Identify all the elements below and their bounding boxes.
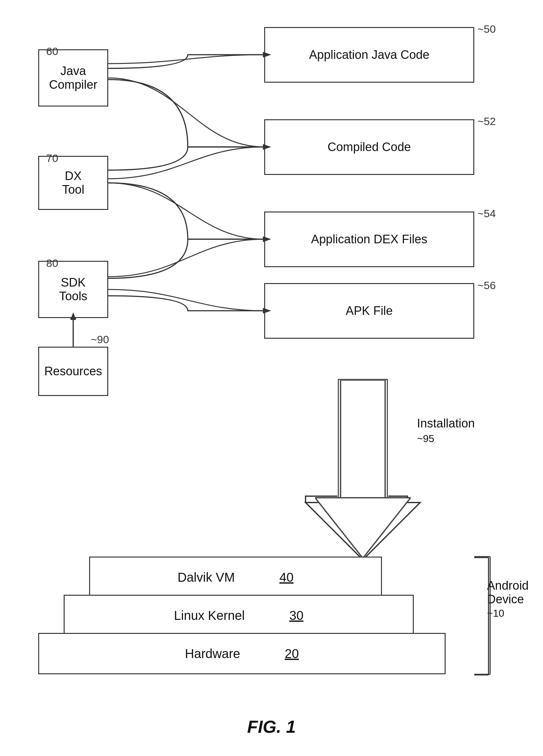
dalvik-vm-box: Dalvik VM 40 <box>89 557 382 598</box>
app-dex-files-label: Application DEX Files <box>311 232 427 246</box>
linux-kernel-label: Linux Kernel <box>174 608 245 623</box>
compiled-code-label: Compiled Code <box>328 140 411 154</box>
hardware-box: Hardware 20 <box>38 633 446 674</box>
java-compiler-box: Java Compiler <box>38 49 108 107</box>
app-dex-files-box: Application DEX Files <box>264 212 474 267</box>
linux-kernel-ref: 30 <box>289 608 304 623</box>
sdk-tools-label: SDKTools <box>59 276 87 303</box>
hardware-ref: 20 <box>285 647 299 661</box>
dalvik-vm-ref: 40 <box>280 570 294 585</box>
apk-file-ref: ~56 <box>477 279 496 292</box>
sdk-tools-box: SDKTools <box>38 261 108 318</box>
svg-marker-16 <box>315 498 411 558</box>
java-compiler-ref: 60 <box>46 45 58 58</box>
app-java-code-ref: ~50 <box>477 23 496 35</box>
dx-tool-ref: 70 <box>46 152 58 164</box>
installation-label: Installation ~95 <box>417 417 475 445</box>
resources-box: Resources <box>38 347 108 396</box>
dx-tool-label: DXTool <box>62 169 84 197</box>
apk-file-label: APK File <box>346 304 393 318</box>
compiled-code-box: Compiled Code <box>264 119 474 175</box>
compiled-code-ref: ~52 <box>477 115 496 128</box>
dalvik-vm-label: Dalvik VM <box>177 570 235 585</box>
app-java-code-box: Application Java Code <box>264 27 474 83</box>
android-device-label: Android Device ~10 <box>487 579 529 619</box>
installation-arrow <box>315 380 411 558</box>
resources-label: Resources <box>44 364 102 378</box>
svg-rect-17 <box>342 381 384 496</box>
app-dex-files-ref: ~54 <box>477 207 496 220</box>
java-compiler-label: Java Compiler <box>49 64 97 92</box>
fig-caption: FIG. 1 <box>0 717 543 737</box>
apk-file-box: APK File <box>264 283 474 339</box>
hardware-label: Hardware <box>185 647 240 661</box>
linux-kernel-box: Linux Kernel 30 <box>64 595 414 636</box>
resources-ref: ~90 <box>91 333 109 346</box>
diagram: Java Compiler 60 DXTool 70 SDKTools 80 R… <box>0 0 543 756</box>
app-java-code-label: Application Java Code <box>309 48 429 62</box>
sdk-tools-ref: 80 <box>46 257 58 269</box>
